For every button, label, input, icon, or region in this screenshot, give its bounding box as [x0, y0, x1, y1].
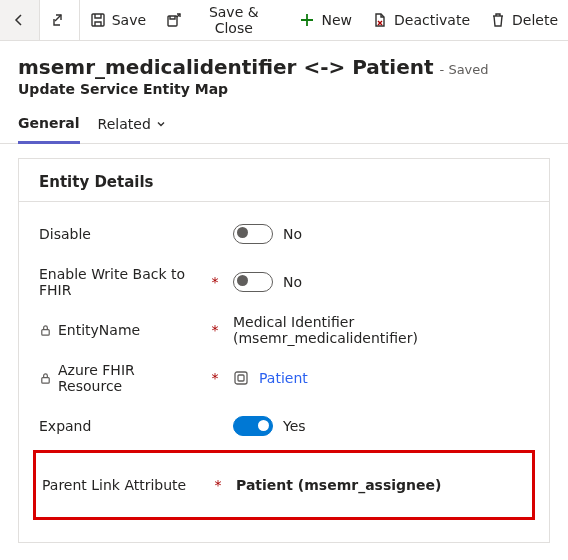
open-new-window-icon [51, 12, 67, 28]
save-label: Save [112, 12, 146, 28]
record-title: msemr_medicalidentifier <-> Patient [18, 55, 434, 79]
fhir-resource-label: Azure FHIR Resource [58, 362, 197, 394]
parent-link-label: Parent Link Attribute [42, 477, 186, 493]
command-bar: Save Save & Close New Deactivate Delete [0, 0, 568, 41]
deactivate-icon [372, 12, 388, 28]
field-entity-name: EntityName * Medical Identifier (msemr_m… [39, 306, 529, 354]
field-disable: Disable No [39, 210, 529, 258]
tab-general[interactable]: General [18, 115, 80, 144]
lock-icon [39, 324, 52, 337]
form-name: Update Service Entity Map [18, 81, 550, 97]
field-parent-link-attribute: Parent Link Attribute * Patient (msemr_a… [33, 450, 535, 520]
tab-related[interactable]: Related [98, 115, 167, 143]
plus-icon [299, 12, 315, 28]
expand-label: Expand [39, 418, 91, 434]
disable-value: No [283, 226, 311, 242]
deactivate-button[interactable]: Deactivate [362, 0, 480, 40]
required-asterisk: * [205, 370, 225, 386]
form-header: msemr_medicalidentifier <-> Patient - Sa… [0, 41, 568, 97]
save-close-label: Save & Close [188, 4, 279, 36]
save-and-close-button[interactable]: Save & Close [156, 0, 289, 40]
svg-rect-5 [238, 375, 244, 381]
svg-rect-4 [235, 372, 247, 384]
section-title: Entity Details [19, 159, 549, 202]
new-label: New [321, 12, 352, 28]
write-back-toggle[interactable] [233, 272, 273, 292]
entity-details-section: Entity Details Disable No Enable Write B… [18, 158, 550, 543]
write-back-label: Enable Write Back to FHIR [39, 266, 197, 298]
page-root: Save Save & Close New Deactivate Delete … [0, 0, 568, 543]
open-record-set-button[interactable] [40, 0, 80, 40]
svg-rect-3 [42, 377, 49, 383]
saved-status: - Saved [440, 62, 489, 77]
field-expand: Expand Yes [39, 402, 529, 450]
entity-name-label: EntityName [58, 322, 140, 338]
save-button[interactable]: Save [80, 0, 156, 40]
entity-name-value: Medical Identifier (msemr_medicalidentif… [233, 314, 529, 346]
tab-related-label: Related [98, 116, 151, 132]
write-back-value: No [283, 274, 311, 290]
svg-rect-2 [42, 329, 49, 335]
back-button[interactable] [0, 0, 40, 40]
save-close-icon [166, 12, 182, 28]
fhir-resource-link[interactable]: Patient [259, 370, 308, 386]
entity-icon [233, 370, 249, 386]
lock-icon [39, 372, 52, 385]
tab-general-label: General [18, 115, 80, 131]
required-asterisk: * [208, 477, 228, 493]
trash-icon [490, 12, 506, 28]
deactivate-label: Deactivate [394, 12, 470, 28]
tab-list: General Related [0, 97, 568, 144]
field-fhir-resource: Azure FHIR Resource * Patient [39, 354, 529, 402]
delete-button[interactable]: Delete [480, 0, 568, 40]
disable-label: Disable [39, 226, 91, 242]
back-icon [11, 12, 27, 28]
required-asterisk: * [205, 322, 225, 338]
chevron-down-icon [155, 118, 167, 130]
expand-value: Yes [283, 418, 311, 434]
save-icon [90, 12, 106, 28]
new-button[interactable]: New [289, 0, 362, 40]
expand-toggle[interactable] [233, 416, 273, 436]
delete-label: Delete [512, 12, 558, 28]
parent-link-value[interactable]: Patient (msemr_assignee) [236, 477, 441, 493]
field-write-back: Enable Write Back to FHIR * No [39, 258, 529, 306]
svg-rect-0 [92, 14, 104, 26]
disable-toggle[interactable] [233, 224, 273, 244]
required-asterisk: * [205, 274, 225, 290]
